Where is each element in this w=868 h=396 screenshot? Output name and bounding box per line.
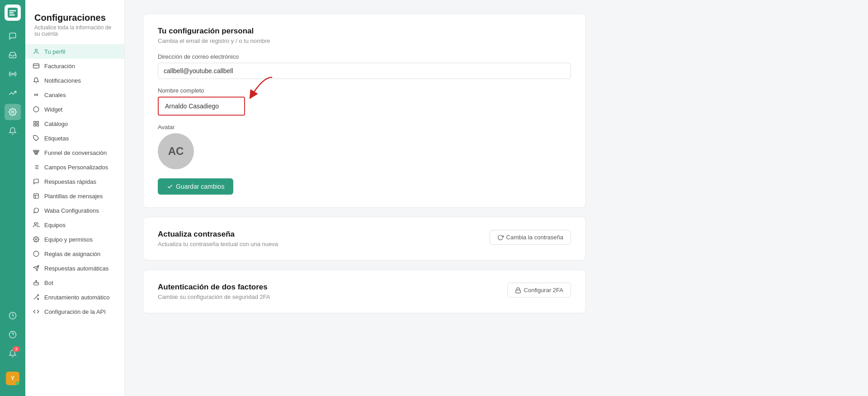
personal-config-subtitle: Cambia el email de registro y / o tu nom… bbox=[158, 37, 571, 44]
quick-icon bbox=[33, 178, 40, 185]
svg-point-6 bbox=[35, 49, 38, 51]
sidebar-item-equipo-permisos[interactable]: Equipo y permisos bbox=[25, 232, 124, 247]
sidebar-item-etiquetas[interactable]: Etiquetas bbox=[25, 131, 124, 145]
tag-icon bbox=[33, 135, 40, 142]
svg-rect-25 bbox=[34, 194, 39, 199]
password-card: Actualiza contraseña Actualiza tu contra… bbox=[143, 217, 586, 261]
auto-reply-icon bbox=[33, 265, 40, 272]
channel-icon bbox=[33, 91, 40, 98]
api-icon bbox=[33, 308, 40, 315]
two-factor-title: Autenticación de dos factores bbox=[158, 283, 507, 292]
refresh-icon bbox=[497, 234, 504, 241]
nav-reports-icon[interactable] bbox=[5, 85, 21, 101]
nav-chat-icon[interactable] bbox=[5, 28, 21, 44]
sidebar-item-campos[interactable]: Campos Personalizados bbox=[25, 160, 124, 174]
sidebar-item-waba[interactable]: Waba Configurations bbox=[25, 203, 124, 218]
funnel-icon bbox=[33, 149, 40, 156]
password-subtitle: Actualiza tu contraseña textual con una … bbox=[158, 241, 490, 247]
sidebar-item-reglas[interactable]: Reglas de asignación bbox=[25, 247, 124, 261]
sidebar-header: Configuraciones Actualice toda la inform… bbox=[25, 0, 124, 40]
svg-point-27 bbox=[35, 238, 37, 240]
sidebar-item-canales[interactable]: Canales bbox=[25, 88, 124, 102]
sidebar-item-respuestas-rapidas[interactable]: Respuestas rápidas bbox=[25, 174, 124, 189]
template-icon bbox=[33, 192, 40, 200]
sidebar-item-notificaciones[interactable]: Notificaciones bbox=[25, 73, 124, 88]
svg-rect-17 bbox=[34, 152, 38, 153]
nav-bell-icon[interactable] bbox=[5, 123, 21, 139]
password-title: Actualiza contraseña bbox=[158, 230, 490, 239]
sidebar-item-catalogo[interactable]: Catálogo bbox=[25, 116, 124, 131]
two-factor-card: Autenticación de dos factores Cambie su … bbox=[143, 270, 586, 313]
two-factor-card-row: Autenticación de dos factores Cambie su … bbox=[158, 283, 571, 300]
fields-icon bbox=[33, 163, 40, 171]
sidebar-item-label: Configuración de la API bbox=[44, 308, 106, 315]
svg-point-9 bbox=[36, 94, 37, 95]
team-icon bbox=[33, 221, 40, 228]
nav-notifications-badge-icon[interactable]: 3 bbox=[5, 345, 21, 362]
sidebar-item-tu-perfil[interactable]: Tu perfil bbox=[25, 44, 124, 59]
user-avatar-nav[interactable]: Y bbox=[6, 372, 19, 385]
rules-icon bbox=[33, 250, 40, 257]
sidebar-item-respuestas-auto[interactable]: Respuestas automáticas bbox=[25, 261, 124, 275]
sidebar-item-label: Respuestas automáticas bbox=[44, 265, 108, 272]
svg-point-26 bbox=[34, 223, 37, 225]
personal-config-card: Tu configuración personal Cambia el emai… bbox=[143, 14, 586, 208]
svg-rect-7 bbox=[33, 64, 39, 68]
two-factor-card-text: Autenticación de dos factores Cambie su … bbox=[158, 283, 507, 300]
annotation-arrow bbox=[236, 75, 281, 100]
routing-icon bbox=[33, 294, 40, 301]
waba-icon bbox=[33, 207, 40, 214]
sidebar-item-equipos[interactable]: Equipos bbox=[25, 218, 124, 232]
permissions-icon bbox=[33, 236, 40, 243]
svg-point-28 bbox=[33, 251, 39, 256]
configure-2fa-button[interactable]: Configurar 2FA bbox=[507, 283, 571, 298]
sidebar-item-funnel[interactable]: Funnel de conversación bbox=[25, 145, 124, 160]
nav-settings-icon[interactable] bbox=[5, 104, 21, 120]
sidebar-item-label: Tu perfil bbox=[44, 48, 65, 55]
sidebar-item-label: Notificaciones bbox=[44, 77, 81, 84]
sidebar-item-label: Funnel de conversación bbox=[44, 149, 107, 156]
notification-badge: 3 bbox=[13, 346, 20, 352]
sidebar-item-enrutamiento[interactable]: Enrutamiento automático bbox=[25, 290, 124, 304]
svg-rect-16 bbox=[33, 150, 39, 151]
nav-clock-icon[interactable] bbox=[5, 307, 21, 324]
svg-rect-13 bbox=[34, 124, 36, 126]
sidebar-item-label: Waba Configurations bbox=[44, 207, 99, 214]
name-input[interactable] bbox=[160, 98, 243, 114]
name-label: Nombre completo bbox=[158, 87, 571, 94]
person-icon bbox=[33, 48, 40, 55]
bell-icon bbox=[33, 77, 40, 84]
sidebar-item-label: Enrutamiento automático bbox=[44, 294, 110, 301]
app-logo[interactable] bbox=[5, 5, 21, 21]
sidebar-item-label: Canales bbox=[44, 92, 66, 98]
svg-rect-18 bbox=[35, 154, 38, 154]
nav-help-icon[interactable] bbox=[5, 326, 21, 343]
online-dot bbox=[16, 382, 19, 385]
left-nav: 3 Y bbox=[0, 0, 25, 396]
avatar: AC bbox=[158, 133, 194, 169]
sidebar-item-api[interactable]: Configuración de la API bbox=[25, 304, 124, 319]
avatar-label: Avatar bbox=[158, 124, 571, 130]
svg-point-2 bbox=[12, 111, 14, 113]
sidebar-item-label: Plantillas de mensajes bbox=[44, 193, 103, 200]
nav-broadcast-icon[interactable] bbox=[5, 66, 21, 82]
main-content: Tu configuración personal Cambia el emai… bbox=[125, 0, 868, 396]
sidebar-item-label: Equipo y permisos bbox=[44, 236, 93, 243]
sidebar-item-widget[interactable]: Widget bbox=[25, 102, 124, 116]
change-password-button[interactable]: Cambia la contraseña bbox=[490, 230, 571, 245]
sidebar-menu: Tu perfil Facturación Notificaciones bbox=[25, 40, 124, 396]
personal-config-title: Tu configuración personal bbox=[158, 27, 571, 36]
sidebar-item-label: Etiquetas bbox=[44, 135, 69, 142]
nav-inbox-icon[interactable] bbox=[5, 47, 21, 63]
sidebar-item-plantillas[interactable]: Plantillas de mensajes bbox=[25, 189, 124, 203]
email-input[interactable] bbox=[158, 63, 571, 79]
sidebar-item-bot[interactable]: Bot bbox=[25, 275, 124, 290]
password-card-text: Actualiza contraseña Actualiza tu contra… bbox=[158, 230, 490, 247]
sidebar-item-facturacion[interactable]: Facturación bbox=[25, 59, 124, 73]
save-button[interactable]: Guardar cambios bbox=[158, 178, 233, 195]
sidebar-item-label: Campos Personalizados bbox=[44, 164, 108, 171]
sidebar-item-label: Bot bbox=[44, 280, 53, 286]
svg-point-32 bbox=[36, 280, 37, 281]
bot-icon bbox=[33, 279, 40, 286]
widget-icon bbox=[33, 106, 40, 113]
